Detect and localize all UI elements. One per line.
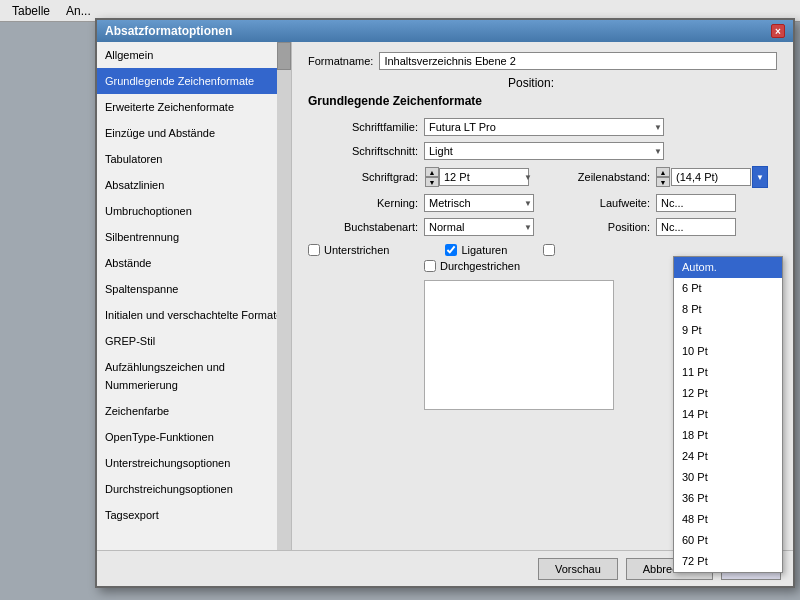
sidebar-item-silben[interactable]: Silbentrennung: [97, 224, 291, 250]
buchstabenart-label: Buchstabenart:: [308, 221, 418, 233]
dialog-close-button[interactable]: ×: [771, 24, 785, 38]
sidebar-item-umbruch[interactable]: Umbruchoptionen: [97, 198, 291, 224]
dialog-absatzformatoptionen: Absatzformatoptionen × Allgemein Grundle…: [95, 18, 795, 588]
dropdown-item-30pt[interactable]: 30 Pt: [674, 467, 782, 488]
menu-tabelle[interactable]: Tabelle: [4, 2, 58, 20]
sidebar-item-zeichenfarbe[interactable]: Zeichenfarbe: [97, 398, 291, 424]
extra-checkbox[interactable]: [543, 244, 555, 256]
sidebar-scrollbar-track[interactable]: [277, 42, 291, 586]
laufweite-label: Laufweite:: [550, 197, 650, 209]
schriftgrad-label: Schriftgrad:: [308, 171, 418, 183]
dropdown-item-24pt[interactable]: 24 Pt: [674, 446, 782, 467]
schriftgrad-down-button[interactable]: ▼: [425, 177, 439, 187]
dropdown-item-6pt[interactable]: 6 Pt: [674, 278, 782, 299]
schriftschnitt-row: Schriftschnitt: Light ▼: [308, 142, 777, 160]
sidebar-item-erweiterte[interactable]: Erweiterte Zeichenformate: [97, 94, 291, 120]
schriftgrad-select[interactable]: 12 Pt: [439, 168, 529, 186]
ligaturen-checkbox[interactable]: [445, 244, 457, 256]
ligaturen-label: Ligaturen: [461, 244, 507, 256]
format-name-row: Formatname:: [308, 52, 777, 70]
dropdown-item-18pt[interactable]: 18 Pt: [674, 425, 782, 446]
unterstrichen-label: Unterstrichen: [324, 244, 389, 256]
dropdown-item-72pt[interactable]: 72 Pt: [674, 551, 782, 572]
sidebar: Allgemein Grundlegende Zeichenformate Er…: [97, 42, 292, 586]
buchstabenart-position-row: Buchstabenart: Normal ▼ Position:: [308, 218, 777, 236]
sidebar-item-initialen[interactable]: Initialen und verschachtelte Formate: [97, 302, 291, 328]
dropdown-item-48pt[interactable]: 48 Pt: [674, 509, 782, 530]
kerning-label: Kerning:: [308, 197, 418, 209]
buchstabenart-select[interactable]: Normal: [424, 218, 534, 236]
formatname-input[interactable]: [379, 52, 777, 70]
laufweite-input[interactable]: [656, 194, 736, 212]
checkboxes-row: Unterstrichen Ligaturen: [308, 244, 777, 256]
schriftfamilie-label: Schriftfamilie:: [308, 121, 418, 133]
durchgestrichen-checkbox[interactable]: [424, 260, 436, 272]
extra-checkbox-item[interactable]: [543, 244, 559, 256]
sidebar-item-abstaende[interactable]: Abstände: [97, 250, 291, 276]
zeilenabstand-dropdown-list: Autom. 6 Pt 8 Pt 9 Pt 10 Pt 11 Pt 12 Pt …: [673, 256, 783, 573]
sidebar-item-durchstreich[interactable]: Durchstreichungsoptionen: [97, 476, 291, 502]
zeilenabstand-down-button[interactable]: ▼: [656, 177, 670, 187]
schriftgrad-spinner[interactable]: ▲ ▼: [425, 167, 439, 187]
sidebar-item-allgemein[interactable]: Allgemein: [97, 42, 291, 68]
sidebar-item-tagsexport[interactable]: Tagsexport: [97, 502, 291, 528]
dropdown-item-60pt[interactable]: 60 Pt: [674, 530, 782, 551]
section-title: Grundlegende Zeichenformate: [308, 94, 777, 108]
dropdown-item-10pt[interactable]: 10 Pt: [674, 341, 782, 362]
dropdown-item-8pt[interactable]: 8 Pt: [674, 299, 782, 320]
formatname-label: Formatname:: [308, 55, 373, 67]
zeilenabstand-up-button[interactable]: ▲: [656, 167, 670, 177]
position-row: Position:: [308, 76, 777, 90]
schriftfamilie-row: Schriftfamilie: Futura LT Pro ▼: [308, 118, 777, 136]
zeilenabstand-input[interactable]: [671, 168, 751, 186]
schriftgrad-zeilenabstand-row: Schriftgrad: ▲ ▼ 12 Pt ▼ Zeilenabstand:: [308, 166, 777, 188]
dialog-titlebar: Absatzformatoptionen ×: [97, 20, 793, 42]
dropdown-item-11pt[interactable]: 11 Pt: [674, 362, 782, 383]
menu-an[interactable]: An...: [58, 2, 99, 20]
zeilenabstand-dropdown-button[interactable]: [752, 166, 768, 188]
main-content: Formatname: Position: Grundlegende Zeich…: [292, 42, 793, 586]
preview-button[interactable]: Vorschau: [538, 558, 618, 580]
position2-label: Position:: [550, 221, 650, 233]
sidebar-scrollbar-thumb[interactable]: [277, 42, 291, 70]
dropdown-item-12pt[interactable]: 12 Pt: [674, 383, 782, 404]
schriftfamilie-select[interactable]: Futura LT Pro: [424, 118, 664, 136]
sidebar-item-aufzaehlung[interactable]: Aufzählungszeichen und Nummerierung: [97, 354, 291, 398]
sidebar-item-absatzlinien[interactable]: Absatzlinien: [97, 172, 291, 198]
kerning-laufweite-row: Kerning: Metrisch ▼ Laufweite:: [308, 194, 777, 212]
preview-box: [424, 280, 614, 410]
dropdown-item-9pt[interactable]: 9 Pt: [674, 320, 782, 341]
schriftgrad-up-button[interactable]: ▲: [425, 167, 439, 177]
dialog-body: Allgemein Grundlegende Zeichenformate Er…: [97, 42, 793, 586]
zeilenabstand-label: Zeilenabstand:: [550, 171, 650, 183]
sidebar-item-grep[interactable]: GREP-Stil: [97, 328, 291, 354]
zeilenabstand-spinner[interactable]: ▲ ▼: [656, 167, 670, 187]
sidebar-item-opentype[interactable]: OpenType-Funktionen: [97, 424, 291, 450]
ligaturen-checkbox-item[interactable]: Ligaturen: [445, 244, 507, 256]
dropdown-item-14pt[interactable]: 14 Pt: [674, 404, 782, 425]
kerning-select[interactable]: Metrisch: [424, 194, 534, 212]
sidebar-item-unterstreich[interactable]: Unterstreichungsoptionen: [97, 450, 291, 476]
dialog-title: Absatzformatoptionen: [105, 24, 232, 38]
sidebar-item-einzuege[interactable]: Einzüge und Abstände: [97, 120, 291, 146]
sidebar-item-spalten[interactable]: Spaltenspanne: [97, 276, 291, 302]
zeilenabstand-wrapper: ▲ ▼: [656, 166, 768, 188]
position-label: Position:: [508, 76, 554, 90]
sidebar-item-tabulatoren[interactable]: Tabulatoren: [97, 146, 291, 172]
schriftschnitt-select[interactable]: Light: [424, 142, 664, 160]
dropdown-item-autom[interactable]: Autom.: [674, 257, 782, 278]
dropdown-item-36pt[interactable]: 36 Pt: [674, 488, 782, 509]
unterstrichen-checkbox[interactable]: [308, 244, 320, 256]
durchgestrichen-label: Durchgestrichen: [440, 260, 520, 272]
sidebar-item-grundlegende[interactable]: Grundlegende Zeichenformate: [97, 68, 291, 94]
position2-input[interactable]: [656, 218, 736, 236]
schriftschnitt-label: Schriftschnitt:: [308, 145, 418, 157]
unterstrichen-checkbox-item[interactable]: Unterstrichen: [308, 244, 389, 256]
